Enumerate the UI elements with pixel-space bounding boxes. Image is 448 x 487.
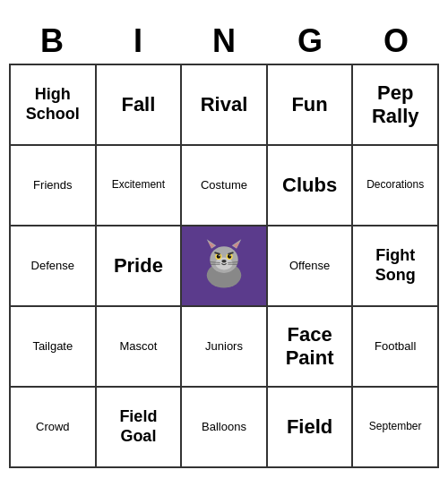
- bingo-header: B I N G O: [9, 19, 439, 64]
- cell-r4c3: Juniors: [182, 307, 268, 388]
- svg-point-13: [229, 255, 230, 256]
- cell-r1c5: Pep Rally: [353, 65, 439, 146]
- cell-r2c5: Decorations: [353, 146, 439, 226]
- cell-r2c3: Costume: [182, 146, 268, 226]
- cell-r3c1: Defense: [11, 226, 97, 307]
- cell-r1c3: Rival: [182, 65, 268, 146]
- svg-point-11: [228, 254, 231, 258]
- bingo-grid: High School Fall Rival Fun Pep Rally Fri…: [9, 64, 439, 468]
- svg-point-12: [219, 255, 220, 256]
- cell-r4c2: Mascot: [97, 307, 183, 388]
- cell-r4c5: Football: [353, 307, 439, 388]
- cell-r4c4: Face Paint: [268, 307, 354, 388]
- cell-r5c3: Balloons: [182, 388, 268, 468]
- svg-point-14: [221, 260, 226, 263]
- bingo-card: B I N G O High School Fall Rival Fun Pep…: [9, 19, 439, 468]
- cell-r2c1: Friends: [11, 146, 97, 226]
- cell-r5c5: September: [353, 388, 439, 468]
- cell-r5c4: Field: [268, 388, 354, 468]
- cell-r2c2: Excitement: [97, 146, 183, 226]
- cell-r4c1: Tailgate: [11, 307, 97, 388]
- cell-r1c1: High School: [11, 65, 97, 146]
- cell-r1c4: Fun: [268, 65, 354, 146]
- header-i: I: [95, 19, 181, 64]
- cell-r3c5: Fight Song: [353, 226, 439, 307]
- mascot-icon: [193, 235, 255, 297]
- header-n: N: [181, 19, 267, 64]
- header-o: O: [353, 19, 439, 64]
- cell-r3c3-free: [182, 226, 268, 307]
- cell-r1c2: Fall: [97, 65, 183, 146]
- svg-point-10: [217, 254, 220, 258]
- cell-r3c2: Pride: [97, 226, 183, 307]
- cell-r5c2: Field Goal: [97, 388, 183, 468]
- cell-r3c4: Offense: [268, 226, 354, 307]
- header-b: B: [9, 19, 95, 64]
- cell-r5c1: Crowd: [11, 388, 97, 468]
- cell-r2c4: Clubs: [268, 146, 354, 226]
- header-g: G: [267, 19, 353, 64]
